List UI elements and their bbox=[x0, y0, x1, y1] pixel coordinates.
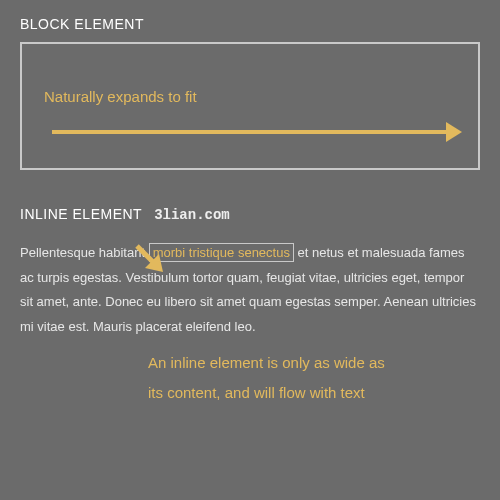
block-caption: Naturally expands to fit bbox=[44, 88, 197, 105]
inline-caption: An inline element is only as wide as its… bbox=[148, 348, 398, 408]
inline-paragraph: Pellentesque habitant morbi tristique se… bbox=[20, 241, 480, 340]
inline-heading: INLINE ELEMENT bbox=[20, 206, 142, 222]
pointer-arrow-icon bbox=[131, 240, 171, 280]
expand-arrow bbox=[52, 122, 462, 142]
block-element-box: Naturally expands to fit bbox=[20, 42, 480, 170]
block-heading: BLOCK ELEMENT bbox=[20, 16, 480, 32]
watermark-domain: 3lian.com bbox=[154, 207, 230, 223]
para-prefix: Pellentesque habitant bbox=[20, 245, 149, 260]
